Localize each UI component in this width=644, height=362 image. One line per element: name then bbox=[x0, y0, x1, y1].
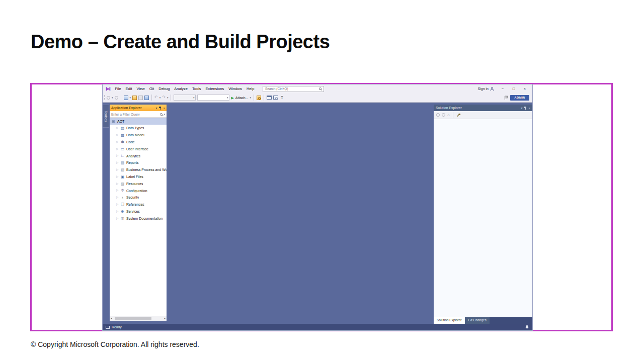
notifications-bell-icon[interactable] bbox=[525, 325, 529, 329]
navigate-forward-icon[interactable] bbox=[115, 96, 118, 100]
undo-caret-icon[interactable]: ▾ bbox=[159, 97, 161, 99]
admin-button[interactable]: ADMIN bbox=[510, 95, 529, 101]
solution-platforms-dropdown[interactable]: ▾ bbox=[197, 95, 229, 101]
tree-item-services[interactable]: ▷⊕Services bbox=[110, 208, 167, 215]
expander-icon[interactable]: ▷ bbox=[116, 127, 119, 130]
expander-icon[interactable]: ▷ bbox=[116, 196, 119, 199]
tool-window-icon[interactable] bbox=[267, 96, 272, 100]
tree-item-resources[interactable]: ▷▨Resources bbox=[110, 180, 167, 187]
tree-item-data-types[interactable]: ▷▤Data Types bbox=[110, 125, 167, 132]
search-input[interactable]: Search (Ctrl+Q) bbox=[263, 86, 324, 92]
scrollbar-track[interactable] bbox=[113, 317, 164, 320]
new-project-caret-icon[interactable]: ▾ bbox=[130, 97, 131, 99]
configuration-icon: ✲ bbox=[120, 189, 125, 193]
attach-caret-icon[interactable]: ▾ bbox=[250, 97, 252, 99]
sign-in-button[interactable]: Sign in bbox=[478, 87, 494, 91]
attach-button[interactable]: Attach... bbox=[235, 96, 249, 100]
tab-git-changes[interactable]: Git Changes bbox=[465, 317, 490, 324]
menu-extensions[interactable]: Extensions bbox=[203, 86, 226, 91]
close-icon[interactable]: × bbox=[528, 107, 530, 110]
open-file-icon[interactable] bbox=[132, 96, 137, 100]
expander-icon[interactable]: ▷ bbox=[116, 183, 119, 186]
menu-help[interactable]: Help bbox=[244, 86, 256, 91]
menu-window[interactable]: Window bbox=[226, 86, 245, 91]
start-debug-icon[interactable]: ▶ bbox=[231, 96, 233, 100]
filter-query-input[interactable]: Enter a Filter Query ▾ bbox=[110, 111, 167, 118]
application-explorer-panel: Application Explorer ▾ × Enter a Filter … bbox=[110, 105, 167, 321]
sign-in-label: Sign in bbox=[478, 87, 489, 90]
aot-root-label: AOT bbox=[117, 120, 124, 123]
solution-explorer-body[interactable] bbox=[434, 119, 532, 317]
tree-item-label: Code bbox=[126, 140, 135, 144]
tree-item-label-files[interactable]: ▷▣Label Files bbox=[110, 173, 167, 180]
filter-caret-icon[interactable]: ▾ bbox=[164, 113, 165, 116]
tree-item-label: Label Files bbox=[126, 175, 143, 178]
toolbar-grip[interactable] bbox=[104, 95, 105, 101]
pin-icon[interactable] bbox=[158, 106, 162, 110]
expander-icon[interactable]: ▷ bbox=[116, 154, 119, 157]
tree-item-user-interface[interactable]: ▷▭User Interface bbox=[110, 145, 167, 152]
undo-icon[interactable]: ↶ bbox=[154, 96, 158, 100]
menu-file[interactable]: File bbox=[113, 86, 123, 91]
tree-item-data-model[interactable]: ▷▦Data Model bbox=[110, 132, 167, 139]
maximize-button-icon[interactable]: □ bbox=[508, 84, 519, 93]
expander-icon[interactable]: ▷ bbox=[116, 148, 119, 151]
menu-tools[interactable]: Tools bbox=[190, 86, 204, 91]
menu-view[interactable]: View bbox=[134, 86, 147, 91]
tree-root-aot[interactable]: ⊞ AOT bbox=[110, 118, 167, 125]
tree-item-business-process[interactable]: ▷▧Business Process and Wor bbox=[110, 166, 167, 173]
navigate-back-icon[interactable] bbox=[107, 96, 110, 100]
window-position-caret-icon[interactable]: ▾ bbox=[155, 107, 157, 110]
menu-edit[interactable]: Edit bbox=[123, 86, 134, 91]
status-ready-label: Ready bbox=[112, 325, 122, 329]
solution-configurations-dropdown[interactable]: ▾ bbox=[174, 95, 196, 101]
forward-icon[interactable] bbox=[442, 113, 445, 117]
toolbox-tab[interactable]: Toolbox bbox=[103, 105, 109, 128]
find-in-files-icon[interactable] bbox=[257, 96, 261, 100]
application-explorer-header[interactable]: Application Explorer ▾ × bbox=[110, 105, 167, 111]
save-icon[interactable] bbox=[138, 96, 143, 100]
pin-icon[interactable] bbox=[524, 106, 527, 110]
tree-item-reports[interactable]: ▷▥Reports bbox=[110, 159, 167, 166]
switch-views-wrench-icon[interactable] bbox=[456, 113, 461, 117]
solution-explorer-header[interactable]: Solution Explorer ▾ × bbox=[434, 105, 532, 111]
scroll-right-icon[interactable]: ▸ bbox=[164, 317, 166, 320]
send-feedback-icon[interactable] bbox=[504, 96, 509, 100]
back-icon[interactable] bbox=[436, 113, 440, 117]
expander-icon[interactable]: ▷ bbox=[116, 134, 119, 137]
close-button-icon[interactable]: × bbox=[519, 84, 530, 93]
home-icon[interactable]: ⌂ bbox=[447, 113, 450, 117]
tree-item-configuration[interactable]: ▷✲Configuration bbox=[110, 187, 167, 194]
tree-item-code[interactable]: ▷✱Code bbox=[110, 139, 167, 146]
redo-icon[interactable]: ↷ bbox=[162, 96, 166, 100]
expander-icon[interactable]: ▷ bbox=[116, 210, 119, 213]
tab-solution-explorer[interactable]: Solution Explorer bbox=[434, 317, 465, 324]
expander-icon[interactable]: ▷ bbox=[116, 217, 119, 220]
scrollbar-thumb[interactable] bbox=[115, 317, 151, 320]
toolbar-separator bbox=[171, 95, 171, 101]
horizontal-scrollbar[interactable]: ◂ ▸ bbox=[110, 316, 167, 321]
save-all-icon[interactable] bbox=[144, 96, 149, 100]
scroll-left-icon[interactable]: ◂ bbox=[111, 317, 112, 320]
expander-icon[interactable]: ▷ bbox=[116, 161, 119, 164]
window-position-caret-icon[interactable]: ▾ bbox=[521, 107, 522, 110]
toolbar-overflow-button[interactable]: ▾ bbox=[281, 96, 283, 100]
tree-item-analytics[interactable]: ▷∟Analytics bbox=[110, 152, 167, 159]
expander-icon[interactable]: ▷ bbox=[116, 175, 119, 178]
tree-item-security[interactable]: ▷♀Security bbox=[110, 194, 167, 201]
redo-caret-icon[interactable]: ▾ bbox=[167, 97, 169, 99]
menu-analyze[interactable]: Analyze bbox=[172, 86, 190, 91]
menu-debug[interactable]: Debug bbox=[156, 86, 172, 91]
expander-icon[interactable]: ▷ bbox=[116, 168, 119, 171]
expander-icon[interactable]: ▷ bbox=[116, 203, 119, 206]
expander-icon[interactable]: ▷ bbox=[116, 141, 119, 144]
expander-icon[interactable]: ▷ bbox=[116, 189, 119, 192]
navigate-back-caret-icon[interactable]: ▾ bbox=[112, 97, 113, 99]
tree-item-references[interactable]: ▷❐References bbox=[110, 201, 167, 208]
menu-git[interactable]: Git bbox=[147, 86, 156, 91]
minimize-button-icon[interactable]: − bbox=[497, 84, 508, 93]
tree-item-system-documentation[interactable]: ▷◫System Documentation bbox=[110, 215, 167, 222]
properties-window-icon[interactable] bbox=[273, 96, 278, 100]
close-icon[interactable]: × bbox=[163, 107, 165, 110]
new-project-icon[interactable] bbox=[124, 96, 128, 100]
